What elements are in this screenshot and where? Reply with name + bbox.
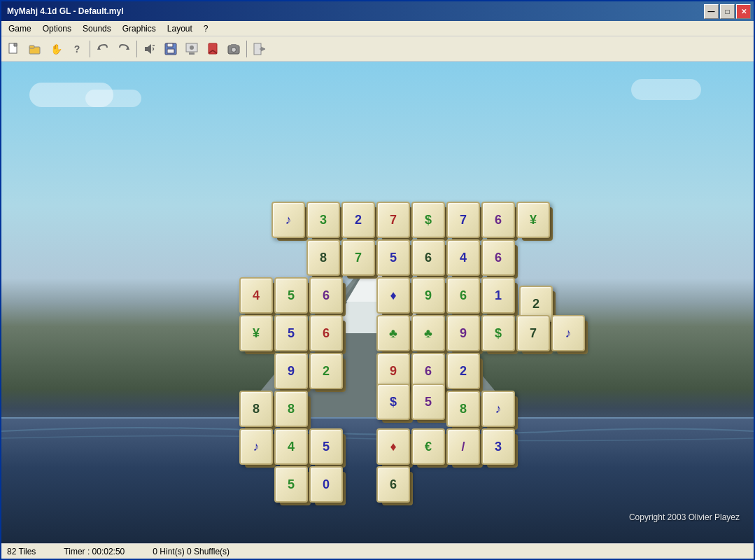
svg-rect-9 [167, 49, 174, 53]
tile-r2c5[interactable]: 6 [446, 277, 480, 314]
cloud-2 [85, 90, 141, 107]
settings-button[interactable] [182, 39, 202, 59]
tile-r5c2[interactable]: $ [376, 384, 410, 420]
tile-r1c2[interactable]: 5 [376, 239, 410, 276]
tile-r2c3[interactable]: ♦ [376, 277, 410, 314]
tile-r7c2[interactable]: 6 [376, 466, 410, 503]
tile-r3c8[interactable]: ♪ [551, 315, 585, 351]
tile-r3c6[interactable]: $ [481, 315, 515, 351]
redo-button[interactable] [114, 39, 134, 59]
maximize-button[interactable]: □ [720, 4, 735, 19]
window-title: MyMahj 4.1d GL - Default.myl [4, 6, 123, 16]
tile-r3c2[interactable]: 6 [309, 315, 343, 351]
minimize-button[interactable]: — [704, 4, 719, 19]
tile-r4c1[interactable]: 2 [309, 353, 343, 389]
timer: Timer : 00:02:50 [64, 547, 125, 556]
tile-r2c1[interactable]: 5 [274, 277, 308, 314]
tile-r6c4[interactable]: € [411, 428, 445, 465]
tile-r0c5[interactable]: 7 [446, 202, 480, 238]
menu-game[interactable]: Game [3, 22, 37, 35]
tile-r5c3[interactable]: 5 [411, 384, 445, 420]
tile-r6c1[interactable]: 4 [274, 428, 308, 465]
cloud-3 [631, 79, 701, 100]
svg-rect-17 [231, 44, 237, 46]
open-button[interactable] [25, 39, 45, 59]
separator-2 [136, 41, 137, 57]
exit-button[interactable] [250, 39, 269, 59]
svg-rect-8 [167, 43, 173, 47]
main-window: MyMahj 4.1d GL - Default.myl — □ ✕ Game … [0, 0, 755, 560]
svg-point-16 [232, 47, 237, 52]
tile-r6c2[interactable]: 5 [309, 428, 343, 465]
tile-r2c4[interactable]: 9 [411, 277, 445, 314]
menu-graphics[interactable]: Graphics [117, 22, 162, 35]
tile-r0c2[interactable]: 2 [341, 202, 375, 238]
tile-r0c1[interactable]: 3 [306, 202, 340, 238]
tile-r2c0[interactable]: 4 [239, 277, 273, 314]
copyright: Copyright 2003 Olivier Playez [629, 512, 740, 522]
tile-r3c5[interactable]: 9 [446, 315, 480, 351]
tile-r0c0[interactable]: ♪ [271, 202, 305, 238]
tile-r6c0[interactable]: ♪ [239, 428, 273, 465]
undo-button[interactable] [93, 39, 113, 59]
tile-r0c6[interactable]: 6 [481, 202, 515, 238]
tile-r5c0[interactable]: 8 [239, 391, 273, 427]
tile-r2c6[interactable]: 1 [481, 277, 515, 314]
tile-r0c3[interactable]: 7 [376, 202, 410, 238]
tile-r1c5[interactable]: 6 [481, 239, 515, 276]
tile-r3c1[interactable]: 5 [274, 315, 308, 351]
save-button[interactable] [161, 39, 181, 59]
svg-rect-2 [29, 46, 34, 48]
tile-r2c2[interactable]: 6 [309, 277, 343, 314]
menu-layout[interactable]: Layout [162, 22, 198, 35]
tile-r0c4[interactable]: $ [411, 202, 445, 238]
tile-r1c1[interactable]: 7 [341, 239, 375, 276]
tile-r5c4[interactable]: 8 [446, 391, 480, 427]
titlebar: MyMahj 4.1d GL - Default.myl — □ ✕ [1, 1, 754, 21]
hand-button[interactable]: ✋ [46, 39, 66, 59]
close-button[interactable]: ✕ [736, 4, 751, 19]
svg-point-11 [190, 46, 194, 50]
tile-r6c6[interactable]: 3 [481, 428, 515, 465]
camera-button[interactable] [224, 39, 244, 59]
tile-r3c3[interactable]: ♣ [376, 315, 410, 351]
tiles-count: 82 Tiles [7, 547, 36, 556]
tile-r5c5[interactable]: ♪ [481, 391, 515, 427]
svg-rect-12 [189, 52, 195, 55]
game-area: ♪ 3 2 7 $ 7 6 ¥ 8 7 5 6 4 6 4 5 6 ♦ 9 6 … [1, 62, 754, 543]
separator-3 [246, 41, 247, 57]
tile-r3c4[interactable]: ♣ [411, 315, 445, 351]
svg-marker-5 [145, 44, 151, 54]
tile-r5c1[interactable]: 8 [274, 391, 308, 427]
tile-r4c0[interactable]: 9 [274, 353, 308, 389]
tile-r0c7[interactable]: ¥ [516, 202, 550, 238]
bookmark-button[interactable] [203, 39, 223, 59]
tile-r3c0[interactable]: ¥ [239, 315, 273, 351]
tile-r1c0[interactable]: 8 [306, 239, 340, 276]
sound-button[interactable] [140, 39, 160, 59]
separator-1 [90, 41, 90, 57]
new-game-button[interactable] [4, 39, 24, 59]
tile-r1c3[interactable]: 6 [411, 239, 445, 276]
menubar: Game Options Sounds Graphics Layout ? [1, 21, 754, 36]
tile-r4c4[interactable]: 2 [446, 353, 480, 389]
tile-r7c0[interactable]: 5 [274, 466, 308, 503]
window-controls: — □ ✕ [704, 4, 751, 19]
tile-r7c1[interactable]: 0 [309, 466, 343, 503]
menu-sounds[interactable]: Sounds [77, 22, 117, 35]
tile-r3c7[interactable]: 7 [516, 315, 550, 351]
hints: 0 Hint(s) 0 Shuffle(s) [153, 547, 230, 556]
tile-r6c3[interactable]: ♦ [376, 428, 410, 465]
tile-r1c4[interactable]: 4 [446, 239, 480, 276]
menu-options[interactable]: Options [37, 22, 77, 35]
statusbar: 82 Tiles Timer : 00:02:50 0 Hint(s) 0 Sh… [1, 543, 754, 559]
menu-help[interactable]: ? [198, 22, 214, 35]
help-button[interactable]: ? [67, 39, 87, 59]
tile-r6c5[interactable]: / [446, 428, 480, 465]
toolbar: ✋ ? [1, 36, 754, 62]
